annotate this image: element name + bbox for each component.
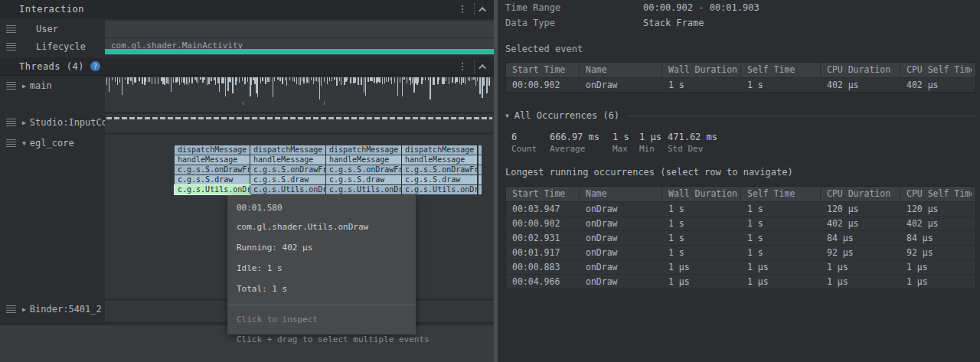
column-header[interactable]: Self Time bbox=[741, 63, 821, 77]
thread-activity-dashes bbox=[106, 117, 492, 119]
flame-event[interactable]: handleMessage bbox=[250, 155, 326, 165]
drag-handle-icon[interactable] bbox=[6, 43, 16, 51]
table-cell: 120 µs bbox=[821, 202, 900, 216]
flame-event-selected[interactable]: c.g.s.Utils.onDraw bbox=[175, 185, 250, 194]
table-row[interactable]: 00:03.947onDraw1 s1 s120 µs120 µs bbox=[506, 201, 975, 216]
eglcore-thread-label: ▼ egl_core bbox=[0, 135, 105, 298]
table-row[interactable]: 00:00.902onDraw1 s1 s402 µs402 µs bbox=[506, 216, 975, 230]
flame-event[interactable]: dispatchMessage bbox=[250, 145, 326, 155]
drag-handle-icon[interactable] bbox=[6, 139, 16, 147]
longest-running-heading: Longest running occurrences (select row … bbox=[505, 167, 793, 178]
inputcon-thread-track[interactable] bbox=[105, 114, 494, 132]
flame-event-partial[interactable] bbox=[479, 165, 482, 174]
expand-arrow-icon[interactable]: ▶ bbox=[22, 119, 26, 126]
flame-event[interactable]: c.g.s.S.draw bbox=[250, 175, 326, 184]
column-header[interactable]: Start Time bbox=[506, 187, 580, 201]
flame-event[interactable]: handleMessage bbox=[326, 155, 402, 165]
table-row[interactable]: 00:04.966onDraw1 µs1 µs1 µs1 µs bbox=[506, 274, 975, 289]
flame-event-partial[interactable] bbox=[479, 185, 482, 194]
collapse-arrow-icon[interactable]: ▼ bbox=[22, 140, 26, 147]
drag-handle-icon[interactable] bbox=[6, 305, 16, 313]
selected-event-table: Start TimeNameWall DurationSelf TimeCPU … bbox=[505, 62, 976, 93]
table-header-row: Start TimeNameWall DurationSelf TimeCPU … bbox=[506, 187, 975, 201]
flame-event-partial[interactable] bbox=[479, 155, 482, 165]
flame-event[interactable]: c.g.s.Utils.onDraw bbox=[326, 185, 402, 194]
column-header[interactable]: Wall Duration bbox=[662, 187, 741, 201]
main-thread-track[interactable] bbox=[105, 77, 494, 112]
flame-event[interactable]: handleMessage bbox=[175, 155, 250, 165]
table-cell: 00:03.947 bbox=[506, 202, 580, 216]
flame-event[interactable]: dispatchMessage bbox=[402, 145, 478, 155]
column-header[interactable]: CPU Duration bbox=[821, 63, 900, 77]
threads-section-header: Threads (4) ? bbox=[0, 57, 494, 76]
column-header[interactable]: CPU Self Time bbox=[900, 187, 972, 201]
column-header[interactable]: Start Time bbox=[506, 63, 580, 77]
table-cell: 1 µs bbox=[900, 260, 972, 274]
drag-handle-icon[interactable] bbox=[6, 25, 16, 33]
binder-thread-label: ▶ Binder:5401_2 bbox=[0, 301, 105, 321]
drag-handle-icon[interactable] bbox=[6, 82, 16, 90]
flame-event[interactable]: dispatchMessage bbox=[175, 145, 250, 155]
table-row[interactable]: 00:00.883onDraw1 µs1 µs1 µs1 µs bbox=[506, 259, 975, 274]
table-cell: 1 µs bbox=[821, 260, 900, 274]
table-cell: onDraw bbox=[580, 246, 662, 259]
column-header[interactable]: Wall Duration bbox=[662, 63, 741, 77]
flame-event[interactable]: c.g.s.S.onDrawFrame bbox=[326, 165, 402, 174]
main-thread-label: ▶ main bbox=[0, 77, 105, 112]
flame-event[interactable]: c.g.s.S.onDrawFrame bbox=[402, 165, 478, 174]
flame-event-partial[interactable] bbox=[479, 175, 482, 184]
header-rule bbox=[627, 116, 976, 116]
help-icon[interactable]: ? bbox=[90, 61, 100, 71]
stat-label: Std Dev bbox=[668, 144, 717, 154]
trace-tick bbox=[324, 102, 325, 105]
table-cell: 1 s bbox=[741, 231, 821, 245]
table-row[interactable]: 00:01.917onDraw1 s1 s92 µs92 µs bbox=[506, 245, 975, 259]
flame-event[interactable]: c.g.s.S.draw bbox=[326, 175, 402, 184]
time-range-label: Time Range bbox=[505, 2, 643, 13]
table-cell: 1 µs bbox=[662, 275, 741, 289]
table-cell: 84 µs bbox=[900, 231, 972, 245]
table-row[interactable]: 00:00.902onDraw1 s1 s402 µs402 µs bbox=[506, 77, 975, 92]
lifecycle-track-row: Lifecycle com.gl.shader.MainActivity bbox=[0, 38, 494, 55]
table-cell: 1 µs bbox=[662, 260, 741, 274]
column-header[interactable]: CPU Self Time bbox=[900, 63, 972, 77]
table-cell: 1 s bbox=[662, 246, 741, 259]
drag-handle-icon[interactable] bbox=[6, 119, 16, 126]
table-cell: onDraw bbox=[580, 231, 662, 245]
column-header[interactable]: CPU Duration bbox=[821, 187, 900, 201]
table-cell: 1 s bbox=[662, 231, 741, 245]
flame-event[interactable]: c.g.s.Utils.onDraw bbox=[250, 185, 326, 194]
event-tooltip: 00:01.580 com.gl.shader.Utils.onDraw Run… bbox=[227, 195, 416, 334]
lifecycle-activity-bar[interactable] bbox=[105, 49, 494, 54]
lifecycle-track[interactable]: com.gl.shader.MainActivity bbox=[105, 38, 494, 55]
flame-event[interactable]: c.g.s.S.onDrawFrame bbox=[175, 165, 250, 174]
flame-event-partial[interactable] bbox=[479, 145, 482, 155]
expand-arrow-icon[interactable]: ▶ bbox=[22, 83, 26, 90]
flame-event[interactable]: c.g.s.Utils.onDraw bbox=[402, 185, 478, 194]
flame-event[interactable]: handleMessage bbox=[402, 155, 478, 165]
flame-event[interactable]: dispatchMessage bbox=[326, 145, 402, 155]
collapse-section-icon[interactable] bbox=[479, 6, 486, 14]
thread-name-text: main bbox=[30, 80, 52, 91]
more-options-icon[interactable] bbox=[457, 2, 468, 16]
more-options-icon[interactable] bbox=[457, 60, 468, 73]
column-header[interactable]: Name bbox=[580, 63, 662, 77]
stat-label: Max bbox=[612, 144, 639, 154]
panel-scrollbar[interactable] bbox=[494, 0, 498, 362]
time-range-value: 00:00.902 - 00:01.903 bbox=[643, 2, 760, 13]
collapse-section-icon[interactable] bbox=[479, 64, 486, 71]
table-row[interactable]: 00:02.931onDraw1 s1 s84 µs84 µs bbox=[506, 230, 975, 245]
collapse-arrow-icon[interactable]: ▼ bbox=[505, 113, 509, 119]
occurrence-stats: 6Count666.97 msAverage1 sMax1 µsMin471.6… bbox=[499, 132, 717, 154]
column-header[interactable]: Name bbox=[580, 187, 662, 201]
expand-arrow-icon[interactable]: ▶ bbox=[22, 306, 26, 313]
table-cell: onDraw bbox=[580, 78, 662, 92]
flame-event[interactable]: c.g.s.S.onDrawFrame bbox=[250, 165, 326, 174]
stat-label: Count bbox=[511, 144, 550, 154]
column-header[interactable]: Self Time bbox=[741, 187, 821, 201]
flame-event[interactable]: c.g.s.S.draw bbox=[402, 175, 478, 184]
inputcon-thread-label: ▶ Studio:InputCon bbox=[0, 114, 105, 132]
user-track[interactable] bbox=[105, 21, 494, 38]
flame-event[interactable]: c.g.s.S.draw bbox=[175, 175, 250, 184]
stat-value: 666.97 ms bbox=[550, 132, 612, 144]
